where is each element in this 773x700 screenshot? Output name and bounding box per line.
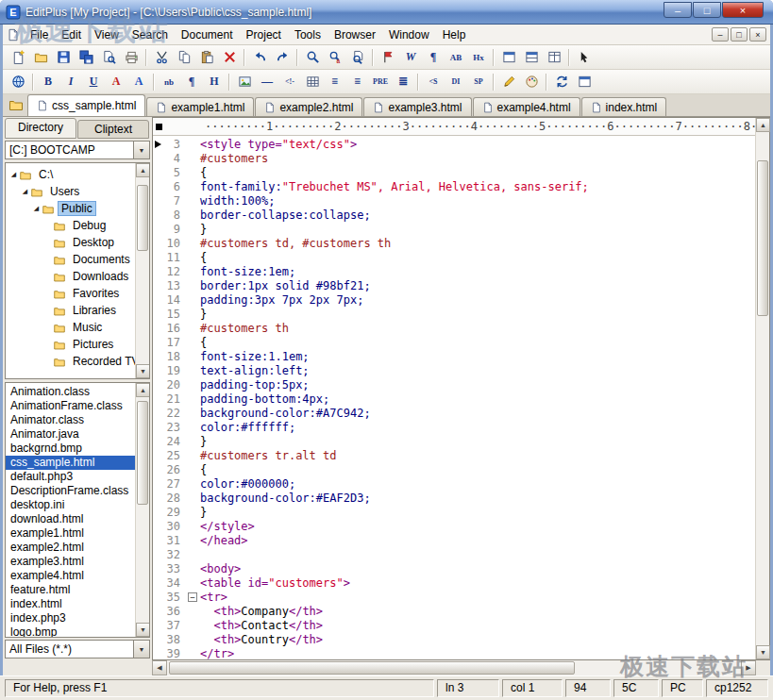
scroll-track[interactable]: [756, 132, 769, 645]
code-line-31[interactable]: 31</head>: [153, 534, 755, 548]
code-line-10[interactable]: 10#customers td, #customers th: [153, 237, 755, 251]
menu-window[interactable]: Window: [382, 25, 436, 44]
spell-check-button[interactable]: AB: [445, 47, 467, 68]
code-line-33[interactable]: 33<body>: [153, 562, 755, 576]
browser-window-button[interactable]: [573, 72, 596, 92]
mdi-minimize-button[interactable]: –: [712, 27, 729, 42]
code-line-38[interactable]: 38 <th>Country</th>: [153, 633, 755, 647]
break-button[interactable]: ¶: [180, 72, 203, 92]
print-button[interactable]: [120, 47, 143, 68]
browser-preview-button[interactable]: [7, 72, 29, 92]
file-item-descriptionframe.class[interactable]: DescriptionFrame.class: [6, 484, 135, 498]
menu-document[interactable]: Document: [175, 25, 240, 44]
code-line-16[interactable]: 16#customers th: [153, 322, 755, 336]
tree-item-debug[interactable]: Debug: [6, 217, 135, 234]
tree-item-recorded-tv[interactable]: Recorded TV: [6, 353, 135, 370]
menu-help[interactable]: Help: [436, 25, 473, 44]
file-item-animationframe.class[interactable]: AnimationFrame.class: [6, 399, 135, 413]
save-all-button[interactable]: [75, 47, 97, 68]
new-window-button[interactable]: [497, 47, 520, 68]
heading-button[interactable]: H: [203, 72, 226, 92]
tab-example1.html[interactable]: example1.html: [146, 97, 254, 116]
scroll-thumb[interactable]: [169, 661, 575, 675]
code-line-36[interactable]: 36 <th>Company</th>: [153, 605, 755, 619]
cut-button[interactable]: [150, 47, 173, 68]
collapse-arrow-icon[interactable]: ◢: [8, 171, 19, 178]
hex-viewer-button[interactable]: Hx: [467, 47, 490, 68]
code-line-15[interactable]: 15}: [153, 308, 755, 322]
toggle-marker-button[interactable]: [377, 47, 399, 68]
tree-scrollbar[interactable]: ▲▼: [135, 163, 149, 378]
tree-item-libraries[interactable]: Libraries: [6, 302, 135, 319]
file-item-backgrnd.bmp[interactable]: backgrnd.bmp: [6, 442, 135, 456]
redo-button[interactable]: [271, 47, 294, 68]
file-item-index.html[interactable]: index.html: [6, 597, 135, 611]
code-line-13[interactable]: 13border:1px solid #98bf21;: [153, 279, 755, 293]
sync-browser-button[interactable]: [550, 72, 573, 92]
browser-frame-button[interactable]: [543, 47, 565, 68]
editor-horizontal-scrollbar[interactable]: ◀▶: [152, 660, 756, 675]
tab-example3.html[interactable]: example3.html: [363, 97, 471, 116]
code-line-8[interactable]: 8border-collapse:collapse;: [153, 208, 755, 223]
scroll-up-button[interactable]: ▲: [136, 163, 150, 177]
menu-file[interactable]: File: [24, 25, 55, 44]
menu-search[interactable]: Search: [126, 25, 175, 44]
code-line-19[interactable]: 19text-align:left;: [153, 364, 755, 378]
scroll-right-button[interactable]: ▶: [741, 660, 756, 675]
code-line-28[interactable]: 28background-color:#EAF2D3;: [153, 492, 755, 506]
strikeout-button[interactable]: <S: [422, 72, 445, 92]
code-line-24[interactable]: 24}: [153, 435, 755, 449]
menu-browser[interactable]: Browser: [328, 25, 382, 44]
delete-button[interactable]: [218, 47, 241, 68]
pre-button[interactable]: PRE: [369, 72, 392, 92]
code-line-25[interactable]: 25#customers tr.alt td: [153, 449, 755, 463]
mdi-restore-button[interactable]: □: [731, 27, 748, 42]
scroll-track[interactable]: [136, 177, 149, 364]
dropdown-arrow-icon[interactable]: ▼: [133, 641, 149, 658]
code-line-29[interactable]: 29}: [153, 506, 755, 520]
scroll-thumb[interactable]: [137, 185, 148, 251]
file-list-scrollbar[interactable]: ▲▼: [135, 383, 149, 637]
tree-item-users[interactable]: ◢Users: [6, 183, 135, 200]
tab-example2.html[interactable]: example2.html: [255, 97, 362, 116]
file-item-example4.html[interactable]: example4.html: [6, 569, 135, 583]
document-selector-icon[interactable]: [8, 97, 24, 112]
font-color-button[interactable]: A: [105, 72, 127, 92]
italic-button[interactable]: I: [59, 72, 82, 92]
file-item-desktop.ini[interactable]: desktop.ini: [6, 498, 135, 512]
find-in-files-button[interactable]: [346, 47, 369, 68]
code-line-22[interactable]: 22background-color:#A7C942;: [153, 407, 755, 421]
scroll-down-button[interactable]: ▼: [136, 623, 150, 637]
dropdown-arrow-icon[interactable]: ▼: [133, 142, 149, 158]
scroll-track[interactable]: [167, 660, 741, 675]
tree-item-c[interactable]: ◢C:\: [6, 166, 135, 183]
tab-index.html[interactable]: index.html: [581, 97, 667, 116]
save-button[interactable]: [52, 47, 75, 68]
mdi-close-button[interactable]: ×: [749, 27, 766, 42]
tree-item-downloads[interactable]: Downloads: [6, 268, 135, 285]
minimize-button[interactable]: –: [664, 2, 692, 18]
tree-item-public[interactable]: ◢Public: [6, 200, 135, 217]
paste-button[interactable]: [195, 47, 218, 68]
menu-project[interactable]: Project: [240, 25, 288, 44]
file-item-animator.class[interactable]: Animator.class: [6, 413, 135, 427]
code-line-20[interactable]: 20padding-top:5px;: [153, 378, 755, 392]
file-item-default.php3[interactable]: default.php3: [6, 470, 135, 484]
maximize-button[interactable]: □: [693, 2, 721, 18]
list-button[interactable]: ≣: [392, 72, 414, 92]
scroll-thumb[interactable]: [757, 160, 768, 316]
find-button[interactable]: [301, 47, 324, 68]
code-line-39[interactable]: 39</tr>: [153, 647, 755, 659]
file-item-animator.java[interactable]: Animator.java: [6, 427, 135, 442]
scroll-track[interactable]: [136, 397, 149, 623]
file-item-example2.html[interactable]: example2.html: [6, 541, 135, 555]
file-item-animation.class[interactable]: Animation.class: [6, 385, 135, 399]
file-filter-selector[interactable]: All Files (*.*) ▼: [5, 640, 150, 658]
comment-button[interactable]: <!-: [278, 72, 301, 92]
table-button[interactable]: [301, 72, 324, 92]
scroll-left-button[interactable]: ◀: [152, 660, 167, 675]
image-button[interactable]: [233, 72, 256, 92]
code-line-34[interactable]: 34<table id="customers">: [153, 576, 755, 591]
code-line-37[interactable]: 37 <th>Contact</th>: [153, 619, 755, 633]
color-picker-button[interactable]: [520, 72, 543, 92]
